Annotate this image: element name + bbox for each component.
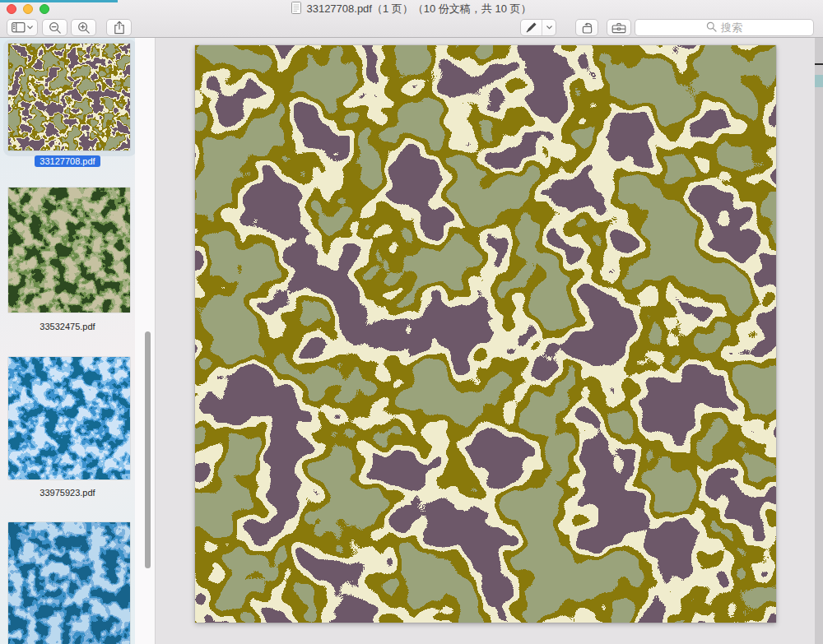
sidebar-scrollbar-track[interactable] xyxy=(135,38,156,644)
thumbnail-label-2[interactable]: 33532475.pdf xyxy=(0,322,135,331)
toolbar: 搜索 xyxy=(0,18,823,38)
screen-edge-strip xyxy=(815,38,823,644)
thumbnail-page-1[interactable] xyxy=(8,44,130,151)
markup-toolbox-button[interactable] xyxy=(607,19,631,36)
sidebar-view-icon xyxy=(12,22,26,33)
document-view-area xyxy=(156,38,815,644)
screen-edge-dark-line xyxy=(815,63,823,65)
rotate-left-icon xyxy=(580,21,594,35)
pdf-page-camouflage xyxy=(195,45,776,623)
window-content: 33127708.pdf 33532475.pdf 33975923.pdf xyxy=(0,38,823,644)
share-icon xyxy=(114,21,125,35)
chevron-down-icon xyxy=(546,25,552,30)
window-title: 33127708.pdf（1 页）（10 份文稿，共 10 页） xyxy=(306,2,531,16)
search-placeholder: 搜索 xyxy=(721,21,742,35)
zoom-in-icon xyxy=(77,21,91,35)
markup-pen-dropdown[interactable] xyxy=(542,20,556,35)
preview-window: 33127708.pdf（1 页）（10 份文稿，共 10 页） xyxy=(0,0,823,644)
search-icon xyxy=(706,21,717,35)
markup-toolbox-icon xyxy=(611,22,626,34)
top-edge-accent xyxy=(0,0,118,2)
thumbnail-page-2[interactable] xyxy=(8,188,130,313)
chevron-down-icon xyxy=(27,25,33,30)
screen-edge-teal-block xyxy=(815,75,823,87)
document-proxy-icon[interactable] xyxy=(291,2,301,16)
rotate-left-button[interactable] xyxy=(575,19,598,36)
thumbnail-label-3[interactable]: 33975923.pdf xyxy=(0,488,135,498)
window-chrome: 33127708.pdf（1 页）（10 份文稿，共 10 页） xyxy=(0,0,823,38)
thumbnail-label-1[interactable]: 33127708.pdf xyxy=(0,155,135,167)
markup-pen-button[interactable] xyxy=(521,20,542,35)
window-title-area: 33127708.pdf（1 页）（10 份文稿，共 10 页） xyxy=(0,0,823,18)
search-input[interactable]: 搜索 xyxy=(635,19,814,36)
zoom-out-button[interactable] xyxy=(42,19,67,36)
thumbnail-page-3[interactable] xyxy=(8,357,130,480)
thumbnail-page-4[interactable] xyxy=(8,522,130,644)
titlebar[interactable]: 33127708.pdf（1 页）（10 份文稿，共 10 页） xyxy=(0,0,823,18)
thumbnail-sidebar: 33127708.pdf 33532475.pdf 33975923.pdf xyxy=(0,38,156,644)
zoom-in-button[interactable] xyxy=(71,19,96,36)
sidebar-scrollbar-thumb[interactable] xyxy=(145,331,151,568)
share-button[interactable] xyxy=(106,19,132,36)
zoom-out-icon xyxy=(49,21,62,35)
markup-pen-icon xyxy=(525,21,537,34)
markup-pen-group xyxy=(520,19,556,36)
sidebar-view-button[interactable] xyxy=(7,19,38,36)
selected-file-pill[interactable]: 33127708.pdf xyxy=(35,155,100,167)
